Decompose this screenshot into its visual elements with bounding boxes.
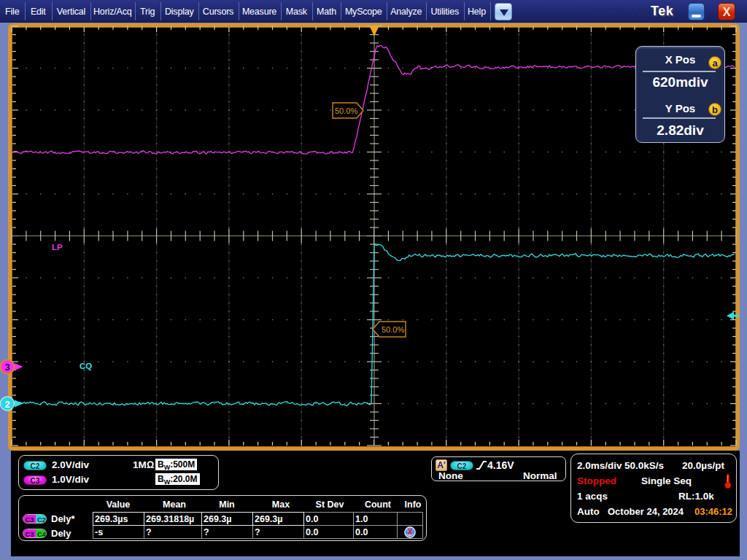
svg-text:X: X — [408, 528, 413, 536]
svg-text:50.0%: 50.0% — [382, 325, 404, 334]
svg-text:CQ: CQ — [80, 362, 92, 370]
svg-text:2: 2 — [4, 399, 9, 410]
svg-text:50.0%: 50.0% — [335, 106, 357, 115]
svg-text:LP: LP — [52, 243, 63, 252]
svg-text:3: 3 — [4, 362, 9, 373]
